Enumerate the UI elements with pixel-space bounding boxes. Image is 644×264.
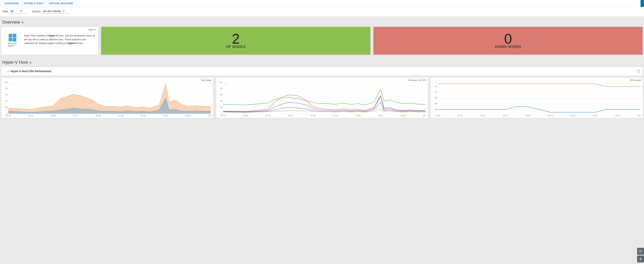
svg-text:07:15: 07:15 — [458, 115, 463, 117]
svg-text:20: 20 — [6, 106, 8, 108]
chevron-down-icon — [63, 11, 65, 12]
svg-text:07:20: 07:20 — [141, 115, 146, 117]
svg-text:07:23: 07:23 — [423, 115, 426, 117]
info-card-text: Real-Time visibility of Hyper-V host. Us… — [24, 34, 96, 47]
svg-text:07:16: 07:16 — [51, 115, 56, 117]
chart-title-processor-per-cpu: Processor per CPU — [218, 79, 426, 82]
section-title-host: Hyper-V Host — [2, 60, 28, 65]
tab-virtual-machine[interactable]: VIRTUAL MACHINE — [46, 0, 76, 7]
info-card: Hyper-V Microsoft Hyper-v Real-Time visi… — [1, 27, 98, 55]
chart-processor-per-cpu[interactable]: Processor per CPU 02040608010007:1407:15… — [216, 78, 428, 118]
popout-icon[interactable] — [637, 70, 640, 73]
search-icon — [639, 249, 642, 253]
svg-text:60: 60 — [6, 94, 8, 96]
svg-text:07:22: 07:22 — [616, 115, 620, 117]
metric-up-value: 2 — [232, 33, 240, 45]
svg-text:07:22: 07:22 — [186, 115, 190, 117]
svg-text:07:23: 07:23 — [638, 115, 641, 117]
search-button[interactable] — [637, 248, 644, 255]
svg-text:07:21: 07:21 — [378, 115, 383, 117]
svg-text:07:18: 07:18 — [96, 115, 100, 117]
svg-text:07:17: 07:17 — [74, 115, 78, 117]
svg-line-68 — [641, 252, 642, 252]
svg-text:07:18: 07:18 — [311, 115, 316, 117]
metric-up-label: UP NODES — [226, 45, 246, 49]
svg-point-67 — [640, 250, 641, 252]
svg-text:07:16: 07:16 — [266, 115, 270, 117]
svg-text:07:16: 07:16 — [480, 115, 485, 117]
svg-text:07:15: 07:15 — [243, 115, 248, 117]
svg-text:07:19: 07:19 — [333, 115, 338, 117]
filter-source-value: win-9lcr7j4ob6j — [43, 10, 61, 13]
svg-text:⌘: ⌘ — [10, 83, 11, 85]
host-panel-bullet: Hyper-V Host CPU Performance — [10, 70, 52, 73]
svg-text:68: 68 — [435, 97, 437, 99]
svg-text:⌘: ⌘ — [440, 83, 441, 85]
section-title-overview: Overview — [2, 20, 20, 25]
hyperv-logo: Microsoft Hyper-v — [4, 34, 21, 47]
chart-title-cpu-usage: Cpu Usage — [3, 79, 212, 82]
svg-text:07:14: 07:14 — [221, 115, 226, 117]
metric-down-value: 0 — [504, 33, 512, 45]
chevron-down-icon — [29, 62, 32, 63]
metric-down-label: DOWN NODES — [495, 45, 521, 49]
host-panel-header: Hyper-V Host CPU Performance — [1, 67, 643, 76]
page-accent-chip — [640, 0, 644, 7]
add-button[interactable] — [637, 255, 644, 262]
svg-text:40: 40 — [6, 100, 8, 102]
svg-text:66: 66 — [435, 103, 437, 105]
svg-text:07:23: 07:23 — [208, 115, 212, 117]
filter-view-value: All — [10, 10, 14, 13]
svg-text:07:21: 07:21 — [164, 115, 168, 117]
charts-row: Cpu Usage 02040608010007:1407:1507:1607:… — [0, 76, 644, 118]
svg-text:07:19: 07:19 — [118, 115, 123, 117]
logo-text-2: Hyper-v — [8, 45, 17, 47]
section-toggle-overview[interactable]: Overview — [0, 17, 644, 27]
svg-text:70: 70 — [435, 91, 437, 93]
svg-text:60: 60 — [220, 94, 222, 96]
chevron-down-icon — [22, 22, 24, 23]
svg-text:07:14: 07:14 — [436, 115, 440, 117]
svg-text:80: 80 — [220, 88, 222, 90]
overview-row: Hyper-V Microsoft Hyper-v Real-Time visi… — [0, 27, 644, 57]
svg-text:80: 80 — [6, 88, 8, 90]
chevron-down-icon — [20, 11, 22, 12]
svg-text:07:19: 07:19 — [548, 115, 553, 117]
plus-icon — [639, 257, 642, 261]
svg-text:100: 100 — [219, 82, 222, 83]
svg-text:07:17: 07:17 — [503, 115, 508, 117]
svg-text:07:20: 07:20 — [570, 115, 575, 117]
svg-text:07:20: 07:20 — [356, 115, 360, 117]
filter-view-select[interactable]: All — [10, 9, 27, 14]
filter-source-select[interactable]: win-9lcr7j4ob6j — [42, 9, 69, 14]
tab-overview[interactable]: OVERVIEW — [2, 0, 21, 7]
windows-icon — [9, 34, 16, 42]
metric-up-nodes: 2 UP NODES — [101, 27, 370, 55]
svg-text:0: 0 — [221, 112, 222, 115]
svg-text:100: 100 — [4, 82, 8, 83]
chart-cpu-usage[interactable]: Cpu Usage 02040608010007:1407:1507:1607:… — [1, 78, 213, 118]
top-tabs: OVERVIEW HYPER-V HOST VIRTUAL MACHINE — [0, 0, 644, 7]
svg-text:07:18: 07:18 — [526, 115, 530, 117]
filter-source-label: Source — [32, 10, 40, 14]
tab-hyperv-host[interactable]: HYPER-V HOST — [21, 0, 46, 7]
svg-text:07:21: 07:21 — [593, 115, 598, 117]
info-card-title: Hyper-V — [3, 28, 96, 32]
metric-down-nodes: 0 DOWN NODES — [373, 27, 643, 55]
svg-text:07:17: 07:17 — [288, 115, 293, 117]
filter-source: Source win-9lcr7j4ob6j — [32, 9, 69, 14]
section-toggle-host[interactable]: Hyper-V Host — [0, 57, 644, 67]
chart-title-processes: #Processes — [432, 79, 641, 82]
filter-bar: View All Source win-9lcr7j4ob6j — [0, 7, 644, 17]
filter-view-label: View — [2, 10, 8, 14]
svg-text:20: 20 — [220, 106, 222, 108]
filter-view: View All — [2, 9, 27, 14]
svg-text:0: 0 — [6, 112, 8, 115]
svg-text:64: 64 — [435, 108, 437, 110]
svg-text:07:14: 07:14 — [6, 115, 10, 117]
svg-text:72: 72 — [435, 85, 437, 88]
svg-text:⌘: ⌘ — [225, 83, 226, 85]
svg-text:40: 40 — [220, 100, 222, 102]
chart-processes[interactable]: #Processes 646668707207:1407:1507:1607:1… — [431, 78, 643, 118]
float-button-stack — [637, 248, 644, 262]
